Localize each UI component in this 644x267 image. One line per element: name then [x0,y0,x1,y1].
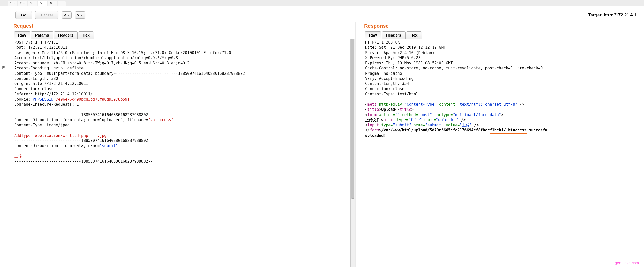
repeater-tab-2[interactable]: 2 × [18,1,27,6]
watermark: gem-love.com [615,261,639,265]
response-tabs: Raw Headers Hex [364,31,642,39]
dropdown-caret-icon: ▼ [67,14,70,17]
scroll-thumb[interactable] [351,39,354,199]
request-tabs: Raw Params Headers Hex [13,31,355,39]
response-viewer[interactable]: HTTP/1.1 200 OK Date: Sat, 21 Dec 2019 1… [364,39,642,267]
close-icon[interactable]: × [13,2,15,5]
request-response-split: 佛 Request Raw Params Headers Hex POST /?… [0,22,644,267]
repeater-tab-6[interactable]: 6 × [48,1,57,6]
response-content-wrap: HTTP/1.1 200 OK Date: Sat, 21 Dec 2019 1… [364,39,642,267]
target-prefix: Target: [588,13,604,17]
target-url: http://172.21.4.1 [604,13,636,17]
response-pane: Response Raw Headers Hex HTTP/1.1 200 OK… [356,22,644,267]
more-tabs-button[interactable]: ... [58,1,66,6]
history-prev-button[interactable]: < ▼ [62,11,72,19]
repeater-tab-1[interactable]: 1 × [8,1,17,6]
repeater-toolbar: Go Cancel < ▼ > ▼ Target: http://172.21.… [0,6,644,22]
close-icon[interactable]: × [33,2,35,5]
dropdown-caret-icon: ▼ [80,14,83,17]
cancel-button[interactable]: Cancel [35,11,58,19]
request-content-wrap: POST /?a=1 HTTP/1.1 Host: 172.21.4.12:10… [13,39,355,267]
tab-label: 2 [20,2,22,5]
tab-label: 1 [10,2,12,5]
burp-repeater-window: 1 × 2 × 3 × 5 × 6 × ... Go Cancel < ▼ [0,0,644,267]
close-icon[interactable]: × [53,2,55,5]
tab-hex[interactable]: Hex [78,31,94,39]
target-label[interactable]: Target: http://172.21.4.1 [588,13,636,18]
tab-label: 5 [40,2,42,5]
chevron-right-icon: > [77,13,79,17]
history-next-button[interactable]: > ▼ [75,11,85,19]
tab-raw[interactable]: Raw [14,31,30,39]
tab-headers[interactable]: Headers [382,31,406,39]
close-icon[interactable]: × [43,2,45,5]
tab-headers[interactable]: Headers [54,31,78,39]
repeater-tab-3[interactable]: 3 × [28,1,37,6]
tab-params[interactable]: Params [31,31,53,39]
request-scrollbar[interactable] [350,39,355,267]
repeater-tab-5[interactable]: 5 × [38,1,47,6]
response-title: Response [364,22,642,31]
toolbar-left: Go Cancel < ▼ > ▼ [15,11,85,19]
tab-label: 3 [30,2,32,5]
request-pane: Request Raw Params Headers Hex POST /?a=… [0,22,355,267]
go-button[interactable]: Go [15,11,32,19]
chevron-left-icon: < [64,13,66,17]
tab-hex[interactable]: Hex [406,31,422,39]
request-editor[interactable]: POST /?a=1 HTTP/1.1 Host: 172.21.4.12:10… [13,39,350,267]
tab-label: 6 [50,2,52,5]
tab-raw[interactable]: Raw [365,31,381,39]
request-title: Request [13,22,355,31]
close-icon[interactable]: × [23,2,25,5]
repeater-tab-strip: 1 × 2 × 3 × 5 × 6 × ... [0,0,644,6]
